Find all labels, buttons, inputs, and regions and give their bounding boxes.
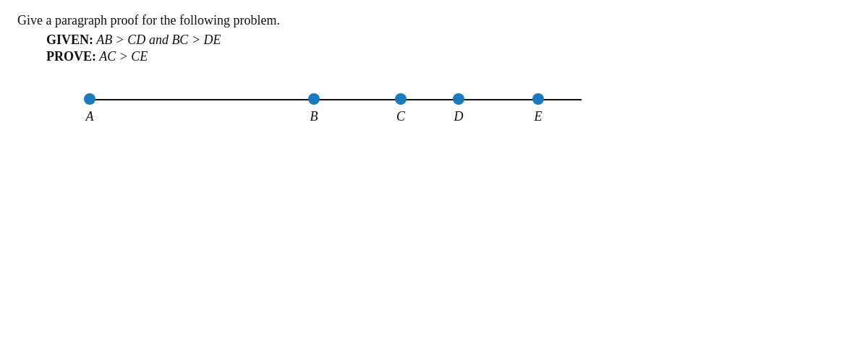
given-line: GIVEN: AB > CD and BC > DE: [46, 33, 851, 48]
given-label: GIVEN:: [46, 33, 93, 47]
page-content: Give a paragraph proof for the following…: [0, 0, 868, 155]
label-E: E: [535, 109, 542, 124]
number-line: [90, 99, 582, 100]
diagram: A B C D E: [90, 85, 596, 142]
label-A: A: [86, 109, 94, 124]
point-A: [84, 93, 95, 105]
prove-label: PROVE:: [46, 49, 96, 64]
intro-text: Give a paragraph proof for the following…: [17, 13, 851, 28]
point-D: [453, 93, 464, 105]
given-condition: AB > CD and BC > DE: [93, 33, 221, 47]
point-C: [395, 93, 407, 105]
point-B: [308, 93, 320, 105]
label-C: C: [396, 109, 405, 124]
prove-condition: AC > CE: [96, 49, 148, 64]
prove-line: PROVE: AC > CE: [46, 49, 851, 64]
point-E: [532, 93, 544, 105]
label-B: B: [310, 109, 318, 124]
label-D: D: [454, 109, 464, 124]
